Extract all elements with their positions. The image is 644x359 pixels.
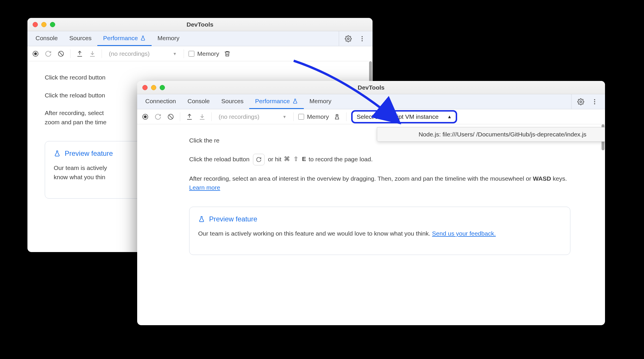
tab-bar: Console Sources Performance Memory <box>27 31 373 46</box>
record-hint: Click the record button <box>45 73 355 82</box>
download-icon[interactable] <box>88 49 97 58</box>
after-hint: After recording, select an area of inter… <box>189 174 570 192</box>
tab-console[interactable]: Console <box>30 31 64 46</box>
svg-line-7 <box>59 52 63 55</box>
reload-button[interactable] <box>153 112 163 121</box>
svg-point-1 <box>362 36 363 37</box>
perf-content: Click the re Click the reload button or … <box>137 124 605 325</box>
record-button[interactable] <box>31 49 40 58</box>
svg-line-15 <box>169 115 172 119</box>
settings-icon[interactable] <box>576 97 585 106</box>
feedback-link[interactable]: Send us your feedback. <box>432 230 496 237</box>
tab-sources[interactable]: Sources <box>64 31 97 46</box>
flask-icon <box>140 35 146 41</box>
memory-checkbox[interactable]: Memory <box>189 50 219 57</box>
tab-bar: Connection Console Sources Performance M… <box>137 94 605 109</box>
tab-sources[interactable]: Sources <box>215 94 249 109</box>
perf-toolbar: (no recordings) ▼ Memory Select JavaScri… <box>137 109 605 124</box>
reload-hint: Click the reload button or hit ⌘ ⇧ E to … <box>189 154 570 165</box>
svg-point-8 <box>580 101 582 103</box>
tab-connection[interactable]: Connection <box>139 94 182 109</box>
preview-body: Our team is actively working on this fea… <box>198 229 561 238</box>
titlebar: DevTools <box>27 18 373 31</box>
tab-memory[interactable]: Memory <box>152 31 185 46</box>
flask-icon <box>54 150 61 157</box>
window-title: DevTools <box>137 84 605 91</box>
record-button[interactable] <box>141 112 150 121</box>
recordings-select[interactable]: (no recordings) ▼ <box>107 50 179 57</box>
perf-toolbar: (no recordings) ▼ Memory <box>27 46 373 61</box>
reload-inline-icon <box>253 154 265 165</box>
titlebar: DevTools <box>137 81 605 94</box>
upload-icon[interactable] <box>185 112 194 121</box>
vm-instance-select[interactable]: Select JavaScript VM instance ▲ <box>351 110 457 123</box>
flask-icon <box>292 98 298 104</box>
window-title: DevTools <box>27 21 373 28</box>
tab-console[interactable]: Console <box>182 94 215 109</box>
clear-button[interactable] <box>166 112 175 121</box>
svg-point-3 <box>362 40 363 41</box>
more-icon[interactable] <box>590 97 599 106</box>
preview-title: Preview feature <box>209 215 257 223</box>
clear-button[interactable] <box>56 49 66 58</box>
upload-icon[interactable] <box>75 49 84 58</box>
svg-point-5 <box>34 53 37 55</box>
reload-button[interactable] <box>44 49 53 58</box>
memory-checkbox[interactable]: Memory <box>298 113 329 120</box>
download-icon[interactable] <box>198 112 207 121</box>
flask-icon <box>198 216 205 223</box>
svg-point-0 <box>347 38 349 40</box>
svg-point-13 <box>144 116 146 118</box>
vm-dropdown-item[interactable]: Node.js: file:///Users/ /Documents/GitHu… <box>418 131 586 138</box>
svg-point-9 <box>594 99 595 100</box>
settings-icon[interactable] <box>344 34 353 43</box>
svg-point-10 <box>594 101 595 102</box>
collect-garbage-icon[interactable] <box>332 112 342 121</box>
recordings-select[interactable]: (no recordings) ▼ <box>216 113 289 120</box>
devtools-window-front: DevTools Connection Console Sources Perf… <box>137 81 605 325</box>
trash-icon[interactable] <box>223 49 232 58</box>
tab-performance[interactable]: Performance <box>249 94 304 109</box>
tab-memory[interactable]: Memory <box>304 94 337 109</box>
preview-card: Preview feature Our team is actively wor… <box>189 207 570 255</box>
vm-dropdown-menu[interactable]: Node.js: file:///Users/ /Documents/GitHu… <box>377 127 605 142</box>
tab-performance[interactable]: Performance <box>97 31 152 46</box>
svg-point-2 <box>362 38 363 39</box>
learn-more-link[interactable]: Learn more <box>189 184 220 191</box>
svg-point-11 <box>594 103 595 104</box>
preview-title: Preview feature <box>65 149 113 158</box>
more-icon[interactable] <box>358 34 367 43</box>
